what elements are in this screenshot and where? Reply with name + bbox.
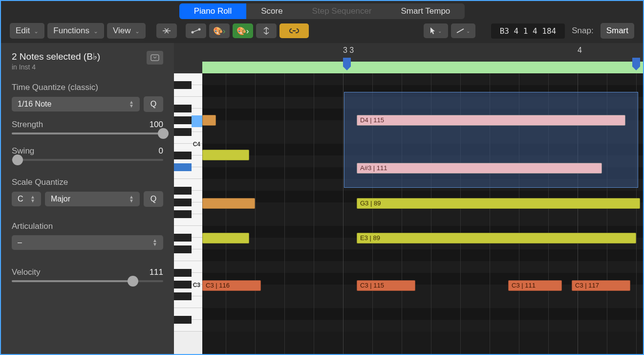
note-c3-d[interactable]: C3 | 117: [572, 280, 630, 291]
note-grid[interactable]: 3 3 4: [202, 43, 643, 354]
catch-icon[interactable]: [256, 23, 277, 38]
scale-root-select[interactable]: C ▲▼: [12, 192, 41, 206]
svg-line-2: [193, 30, 198, 32]
keyboard-highlight-d4[interactable]: [192, 115, 202, 127]
collapse-icon[interactable]: [156, 23, 177, 38]
note-c3-c[interactable]: C3 | 111: [508, 280, 562, 291]
scale-quantize-label: Scale Quantize: [12, 178, 163, 187]
ruler-marker-4: 4: [578, 46, 582, 55]
key-label-c3: C3: [193, 282, 200, 288]
region-strip[interactable]: [202, 62, 643, 73]
piano-roll-area: C4 C3 3 3 4: [174, 43, 643, 354]
note-partial-3[interactable]: [202, 198, 255, 209]
selection-title: 2 Notes selected (B♭): [12, 51, 100, 62]
svg-point-0: [191, 31, 193, 34]
svg-point-1: [198, 28, 200, 31]
midi-in-icon[interactable]: 🎨›: [233, 23, 253, 38]
pencil-tool[interactable]: ⌄: [451, 23, 475, 38]
locator-right[interactable]: [632, 58, 640, 67]
time-quantize-select[interactable]: 1/16 Note ▲▼: [12, 97, 140, 111]
view-menu[interactable]: View: [107, 23, 146, 39]
velocity-label: Velocity: [12, 267, 41, 277]
tab-score[interactable]: Score: [246, 3, 297, 19]
tab-step-sequencer: Step Sequencer: [298, 3, 386, 19]
quantize-button[interactable]: Q: [144, 96, 163, 112]
piano-keyboard[interactable]: C4 C3: [174, 43, 202, 354]
note-partial-1[interactable]: [202, 115, 216, 126]
svg-rect-5: [151, 55, 159, 61]
snap-value[interactable]: Smart: [601, 23, 634, 39]
note-partial-2[interactable]: [202, 150, 249, 160]
strength-label: Strength: [12, 120, 43, 130]
ruler[interactable]: 3 3 4: [202, 43, 643, 73]
tab-piano-roll[interactable]: Piano Roll: [179, 3, 247, 19]
note-partial-4[interactable]: [202, 233, 249, 244]
note-c3-a[interactable]: C3 | 116: [202, 280, 261, 291]
locator-left[interactable]: [343, 58, 351, 67]
editor-tabs: Piano Roll Score Step Sequencer Smart Te…: [1, 1, 643, 19]
link-icon[interactable]: [279, 23, 309, 38]
note-c3-b[interactable]: C3 | 115: [357, 280, 415, 291]
inspector-toggle-icon[interactable]: [147, 51, 163, 65]
position-display[interactable]: B3 4 1 4 184: [491, 23, 565, 39]
key-label-c4: C4: [193, 141, 200, 148]
velocity-slider[interactable]: [12, 280, 163, 282]
velocity-value: 111: [150, 267, 163, 277]
swing-value: 0: [159, 146, 163, 156]
midi-out-icon[interactable]: 🎨›: [209, 23, 230, 38]
functions-menu[interactable]: Functions: [47, 23, 104, 39]
note-e3[interactable]: E3 | 89: [357, 233, 636, 244]
edit-menu[interactable]: Edit: [10, 23, 44, 39]
note-g3[interactable]: G3 | 89: [357, 198, 640, 209]
scale-quantize-button[interactable]: Q: [144, 191, 163, 207]
ruler-marker-33: 3 3: [343, 46, 354, 55]
articulation-select[interactable]: – ▲▼: [12, 235, 163, 250]
strength-slider[interactable]: [12, 133, 163, 134]
swing-slider[interactable]: [12, 159, 163, 161]
time-quantize-label: Time Quantize (classic): [12, 83, 163, 92]
automation-icon[interactable]: [186, 23, 206, 38]
svg-line-4: [457, 29, 464, 33]
snap-label: Snap:: [572, 26, 593, 36]
pointer-tool[interactable]: ⌄: [424, 23, 448, 38]
note-d4[interactable]: D4 | 115: [357, 115, 625, 126]
tab-smart-tempo[interactable]: Smart Tempo: [386, 3, 465, 19]
inspector-panel: 2 Notes selected (B♭) in Inst 4 Time Qua…: [1, 43, 174, 354]
scale-type-select[interactable]: Major ▲▼: [45, 192, 140, 206]
keyboard-highlight[interactable]: [174, 163, 192, 171]
note-as3[interactable]: A#3 | 111: [357, 163, 602, 174]
articulation-label: Articulation: [12, 222, 163, 231]
toolbar: Edit Functions View 🎨› 🎨› ⌄ ⌄ B3 4 1 4 1…: [1, 19, 643, 43]
selection-subtitle: in Inst 4: [12, 63, 100, 71]
